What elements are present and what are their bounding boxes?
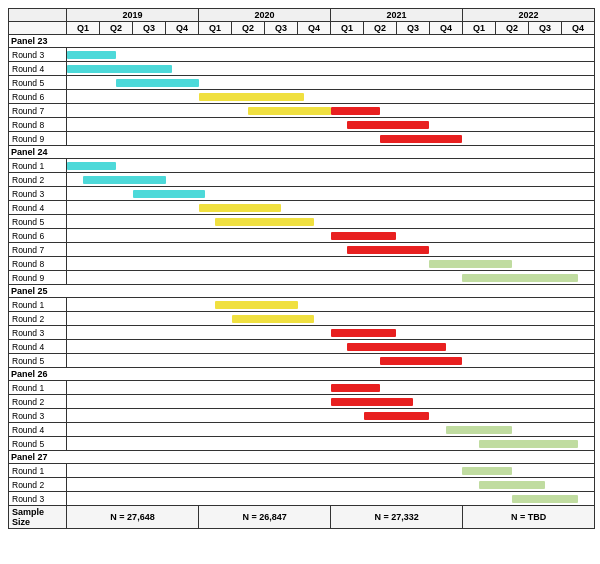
- bar-3-1-0: [331, 398, 413, 406]
- round-label-3-0: Round 1: [9, 381, 67, 395]
- round-label-0-4: Round 7: [9, 104, 67, 118]
- bar-1-6-0: [347, 246, 429, 254]
- quarter-header-row: Q1 Q2 Q3 Q4 Q1 Q2 Q3 Q4 Q1 Q2 Q3 Q4 Q1 Q…: [9, 22, 595, 35]
- panel-header-0: Panel 23: [9, 35, 595, 48]
- bar-2-1-0: [232, 315, 314, 323]
- table-row: Round 1: [9, 464, 595, 478]
- table-row: Round 6: [9, 229, 595, 243]
- year-2022: 2022: [463, 9, 595, 22]
- bar-cell-1-1: [67, 173, 595, 187]
- table-row: Round 8: [9, 118, 595, 132]
- bar-cell-0-5: [67, 118, 595, 132]
- bar-1-4-0: [215, 218, 314, 226]
- bar-cell-0-1: [67, 62, 595, 76]
- round-label-2-2: Round 3: [9, 326, 67, 340]
- q3-2021: Q3: [397, 22, 430, 35]
- table-row: Round 2: [9, 173, 595, 187]
- bar-cell-1-0: [67, 159, 595, 173]
- round-label-2-1: Round 2: [9, 312, 67, 326]
- sample-size-row: Sample SizeN = 27,648N = 26,847N = 27,33…: [9, 506, 595, 529]
- bar-cell-4-1: [67, 478, 595, 492]
- table-row: Round 1: [9, 298, 595, 312]
- round-label-1-5: Round 6: [9, 229, 67, 243]
- bar-cell-3-4: [67, 437, 595, 451]
- table-row: Round 5: [9, 76, 595, 90]
- table-row: Round 6: [9, 90, 595, 104]
- table-row: Round 2: [9, 478, 595, 492]
- round-label-3-1: Round 2: [9, 395, 67, 409]
- bar-1-0-0: [67, 162, 116, 170]
- bar-cell-0-4: [67, 104, 595, 118]
- bar-cell-3-0: [67, 381, 595, 395]
- sample-size-2: N = 27,332: [331, 506, 463, 529]
- bar-cell-2-4: [67, 354, 595, 368]
- bar-cell-3-3: [67, 423, 595, 437]
- bar-1-7-0: [429, 260, 511, 268]
- table-row: Round 3: [9, 187, 595, 201]
- table-row: Round 3: [9, 409, 595, 423]
- table-row: Round 5: [9, 354, 595, 368]
- q1-2020: Q1: [199, 22, 232, 35]
- bar-1-1-0: [83, 176, 165, 184]
- table-row: Round 4: [9, 201, 595, 215]
- bar-cell-2-3: [67, 340, 595, 354]
- table-row: Round 7: [9, 243, 595, 257]
- table-row: Round 3: [9, 492, 595, 506]
- panel-label-3: Panel 26: [9, 368, 595, 381]
- bar-cell-3-1: [67, 395, 595, 409]
- round-label-0-6: Round 9: [9, 132, 67, 146]
- round-label-0-3: Round 6: [9, 90, 67, 104]
- label-col-header: [9, 22, 67, 35]
- year-header-row: 2019 2020 2021 2022: [9, 9, 595, 22]
- round-label-1-4: Round 5: [9, 215, 67, 229]
- round-label-0-1: Round 4: [9, 62, 67, 76]
- round-label-1-3: Round 4: [9, 201, 67, 215]
- bar-3-3-0: [446, 426, 512, 434]
- bar-cell-1-8: [67, 271, 595, 285]
- q2-2022: Q2: [496, 22, 529, 35]
- bar-cell-0-0: [67, 48, 595, 62]
- bar-cell-1-3: [67, 201, 595, 215]
- table-row: Round 1: [9, 159, 595, 173]
- table-row: Round 1: [9, 381, 595, 395]
- bar-1-2-0: [133, 190, 205, 198]
- table-row: Round 2: [9, 395, 595, 409]
- round-label-4-0: Round 1: [9, 464, 67, 478]
- table-row: Round 3: [9, 48, 595, 62]
- panel-label-1: Panel 24: [9, 146, 595, 159]
- bar-0-4-1: [331, 107, 380, 115]
- bar-0-5-0: [347, 121, 429, 129]
- round-label-3-4: Round 5: [9, 437, 67, 451]
- bar-1-5-0: [331, 232, 397, 240]
- round-label-0-2: Round 5: [9, 76, 67, 90]
- empty-header: [9, 9, 67, 22]
- round-label-2-3: Round 4: [9, 340, 67, 354]
- year-2021: 2021: [331, 9, 463, 22]
- table-row: Round 4: [9, 340, 595, 354]
- bar-cell-1-2: [67, 187, 595, 201]
- panel-label-0: Panel 23: [9, 35, 595, 48]
- round-label-4-1: Round 2: [9, 478, 67, 492]
- table-row: Round 4: [9, 62, 595, 76]
- bar-cell-4-0: [67, 464, 595, 478]
- bar-0-2-0: [116, 79, 198, 87]
- round-label-4-2: Round 3: [9, 492, 67, 506]
- sample-size-label: Sample Size: [9, 506, 67, 529]
- bar-cell-2-2: [67, 326, 595, 340]
- round-label-1-7: Round 8: [9, 257, 67, 271]
- bar-4-1-0: [479, 481, 545, 489]
- table-row: Round 9: [9, 132, 595, 146]
- bar-4-2-0: [512, 495, 578, 503]
- bar-2-4-0: [380, 357, 462, 365]
- round-label-1-6: Round 7: [9, 243, 67, 257]
- q1-2021: Q1: [331, 22, 364, 35]
- panel-header-2: Panel 25: [9, 285, 595, 298]
- round-label-2-4: Round 5: [9, 354, 67, 368]
- bar-2-3-0: [347, 343, 446, 351]
- bar-cell-2-1: [67, 312, 595, 326]
- table-row: Round 8: [9, 257, 595, 271]
- q1-2022: Q1: [463, 22, 496, 35]
- bar-cell-3-2: [67, 409, 595, 423]
- bar-cell-0-2: [67, 76, 595, 90]
- round-label-1-0: Round 1: [9, 159, 67, 173]
